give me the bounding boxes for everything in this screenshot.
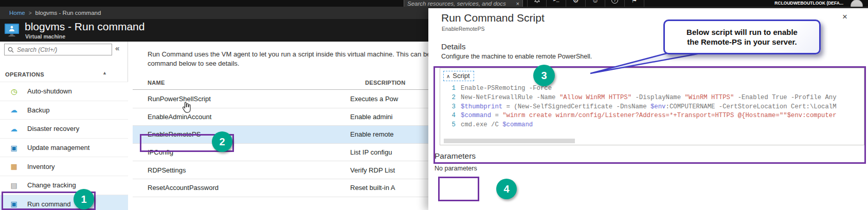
code-line-1: 1Enable-PSRemoting -Force — [440, 84, 864, 93]
cell-name: EnableRemotePS — [148, 130, 350, 138]
details-heading: Details — [441, 42, 465, 51]
table-row-resetaccountpassword[interactable]: ResetAccountPasswordReset built-in A — [133, 179, 441, 197]
callout-box: Below script will run to enable the Remo… — [663, 20, 821, 54]
script-code[interactable]: 1Enable-PSRemoting -Force2New-NetFirewal… — [440, 84, 864, 130]
cell-description: Executes a Pow — [350, 95, 398, 103]
step-badge-2: 2 — [212, 131, 232, 152]
code-segment-plain: = (New-SelfSignedCertificate -DnsName — [502, 103, 650, 110]
sidebar-item-label: Disaster recovery — [27, 125, 79, 132]
mouse-cursor-hand-icon — [181, 101, 192, 114]
cell-name: IPConfig — [148, 148, 350, 156]
global-search-placeholder: Search resources, services, and docs — [407, 1, 514, 7]
sidebar-search-placeholder: Search (Ctrl+/) — [17, 46, 57, 53]
script-collapse-toggle[interactable]: ∧Script — [443, 71, 474, 81]
top-nav-inner: Search resources, services, and docs × >… — [0, 0, 868, 7]
column-header-name[interactable]: NAME — [148, 80, 165, 86]
table-row-runpowershellscript[interactable]: RunPowerShellScriptExecutes a Pow — [133, 90, 441, 108]
sidebar-item-label: Backup — [27, 106, 49, 114]
code-segment-plain: :COMPUTERNAME -CertStoreLocation Cert:\L… — [666, 103, 837, 110]
cell-name: EnableAdminAccount — [148, 113, 350, 121]
annotation-rect-run-button: Run — [438, 177, 479, 201]
cell-name: RunPowerShellScript — [148, 95, 350, 103]
help-icon[interactable]: ? — [605, 0, 625, 7]
annotation-rect-run-border — [438, 177, 479, 201]
update-management-monitor-icon: ▣ — [7, 144, 21, 152]
table-row-enableadminaccount[interactable]: EnableAdminAccountEnable admini — [133, 108, 441, 126]
code-line-3: 3$thumbprint = (New-SelfSignedCertificat… — [440, 103, 864, 112]
callout-line-1: Below script will run to enable — [686, 27, 798, 37]
search-icon — [8, 47, 14, 53]
sidebar-item-auto-shutdown[interactable]: ◷Auto-shutdown — [0, 82, 128, 101]
table-row-ipconfig[interactable]: IPConfigList IP configu — [133, 144, 441, 162]
cell-name: ResetAccountPassword — [148, 184, 350, 192]
cell-description: Enable admini — [350, 113, 392, 121]
column-header-description[interactable]: DESCRIPTION — [365, 80, 405, 86]
sidebar-item-backup[interactable]: ☁Backup — [0, 101, 128, 120]
step-badge-1: 1 — [74, 189, 94, 209]
script-toggle-label: Script — [453, 72, 469, 80]
callout-line-2: the Remote-PS in your server. — [687, 37, 797, 47]
panel-subtitle: EnableRemotePS — [442, 26, 484, 32]
code-segment-plain: cmd.exe /C — [461, 121, 502, 128]
line-number: 5 — [440, 121, 456, 130]
whats-new-icon[interactable]: ⚑ — [625, 0, 644, 7]
line-number: 2 — [440, 93, 456, 103]
parameters-heading: Parameters — [435, 151, 476, 161]
sidebar-items: ◷Auto-shutdown☁Backup☁Disaster recovery▣… — [0, 82, 128, 210]
auto-shutdown-clock-icon: ◷ — [7, 87, 21, 96]
sidebar-section-label: OPERATIONS — [5, 71, 44, 78]
sidebar-item-disaster-recovery[interactable]: ☁Disaster recovery — [0, 119, 128, 138]
top-nav-bar: Search resources, services, and docs × >… — [0, 0, 868, 7]
cell-name: RDPSettings — [148, 166, 350, 174]
step-badge-3: 3 — [533, 65, 555, 86]
close-icon[interactable]: × — [842, 12, 847, 21]
feedback-smiley-icon[interactable]: ☺ — [586, 0, 605, 7]
code-segment-plain: Enable-PSRemoting -Force — [461, 85, 552, 92]
sidebar-item-inventory[interactable]: ▦Inventory — [0, 157, 128, 176]
sidebar-collapse-icon[interactable]: « — [115, 44, 119, 52]
inventory-box-icon: ▦ — [7, 162, 21, 170]
global-search-input[interactable]: Search resources, services, and docs × — [404, 0, 523, 7]
cell-description: Enable remote — [350, 130, 394, 138]
run-command-monitor-icon: ▣ — [7, 200, 21, 208]
code-segment-plain: New-NetFirewallRule -Name — [461, 94, 559, 101]
change-tracking-pages-icon: ▤ — [7, 181, 21, 189]
account-label[interactable]: RCLOUDWEBOUTLOOK (DEFA... — [774, 1, 843, 6]
cloud-shell-icon[interactable]: >_ — [547, 0, 566, 7]
avatar[interactable] — [851, 0, 863, 7]
code-segment-string: "WinRM HTTPS" — [684, 94, 734, 101]
line-number: 1 — [440, 84, 456, 93]
script-horizontal-scrollbar[interactable] — [444, 139, 575, 143]
sidebar-item-run-command[interactable]: ▣Run command — [0, 195, 128, 210]
sidebar-item-label: Auto-shutdown — [27, 87, 72, 95]
settings-gear-icon[interactable]: ⚙ — [566, 0, 586, 7]
panel-title: Run Command Script — [441, 12, 545, 24]
sidebar-item-label: Inventory — [27, 163, 55, 170]
details-text: Configure the machine to enable remote P… — [441, 53, 592, 60]
sidebar: Search (Ctrl+/) « OPERATIONS ▲ ◷Auto-shu… — [0, 42, 128, 210]
cell-description: Reset built-in A — [350, 184, 395, 192]
clear-search-icon[interactable]: × — [516, 1, 519, 7]
sidebar-search-input[interactable]: Search (Ctrl+/) — [4, 44, 112, 55]
sidebar-item-label: Change tracking — [27, 181, 76, 189]
sidebar-item-label: Update management — [27, 144, 89, 151]
code-segment-variable: $command — [502, 121, 533, 128]
sidebar-item-update-management[interactable]: ▣Update management — [0, 138, 128, 157]
collapse-chevron-icon: ∧ — [446, 73, 450, 79]
parameters-empty-text: No parameters — [435, 165, 477, 172]
azure-portal-window: Search resources, services, and docs × >… — [0, 0, 868, 210]
sidebar-item-change-tracking[interactable]: ▤Change tracking — [0, 176, 128, 195]
step-badge-4: 4 — [496, 179, 517, 199]
code-segment-plain: = — [491, 112, 502, 119]
table-row-rdpsettings[interactable]: RDPSettingsVerify RDP List — [133, 161, 441, 179]
notifications-bell-icon[interactable] — [527, 0, 547, 7]
breadcrumb-home-link[interactable]: Home — [9, 10, 25, 16]
table-row-enableremoteps[interactable]: EnableRemotePSEnable remote — [133, 126, 441, 144]
cell-description: Verify RDP List — [350, 166, 395, 174]
code-line-5: 5cmd.exe /C $command — [440, 121, 864, 130]
script-editor[interactable]: ∧Script 1Enable-PSRemoting -Force2New-Ne… — [440, 68, 864, 145]
sidebar-scroll-up-icon[interactable]: ▲ — [102, 70, 107, 75]
code-segment-variable: $env — [650, 103, 666, 110]
disaster-recovery-cloud-icon: ☁ — [7, 125, 21, 133]
top-nav-icons: >_⚙☺?⚑ — [527, 0, 644, 7]
